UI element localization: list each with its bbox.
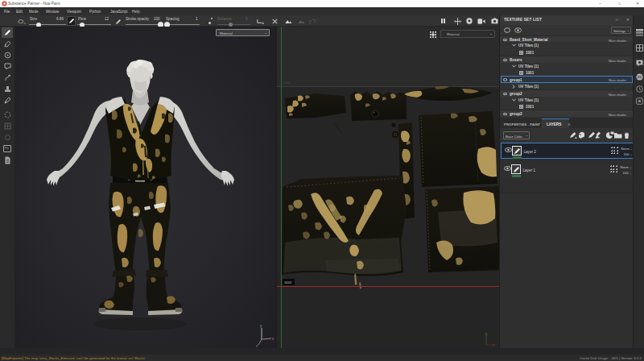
svg-text:z: z: [256, 344, 258, 347]
svg-text:y: y: [260, 324, 262, 328]
svg-text:x: x: [272, 337, 275, 341]
